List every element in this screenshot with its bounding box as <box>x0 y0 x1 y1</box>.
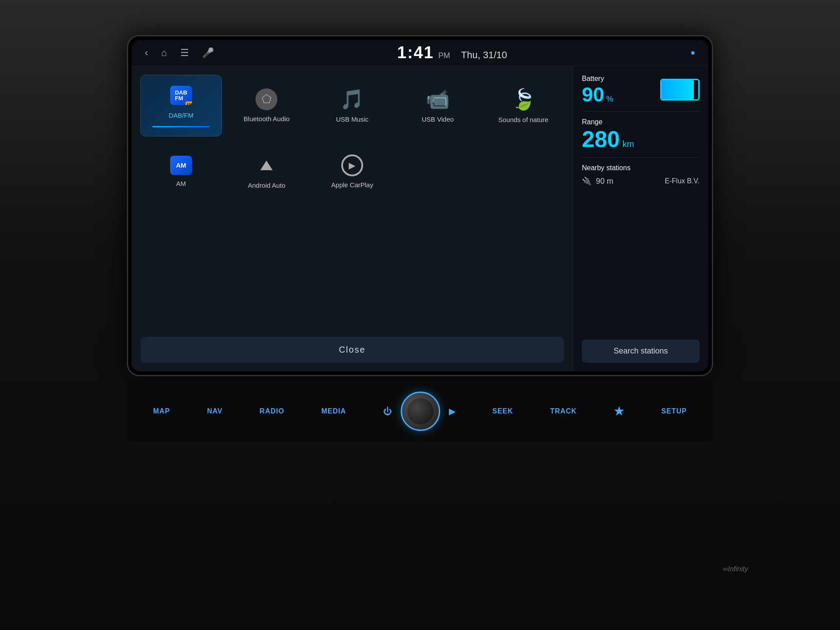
nature-icon: 🍃 <box>511 88 536 111</box>
battery-value-row: 90 % <box>582 84 613 105</box>
power-play-row: ⏻ ▶ <box>383 392 455 431</box>
center-knob[interactable] <box>401 392 440 431</box>
close-button[interactable]: Close <box>140 337 564 363</box>
screen: ‹ ⌂ ☰ 🎤 1:41 PM Thu, 31/10 ● <box>132 40 708 371</box>
usb-video-label: USB Video <box>422 115 454 124</box>
infinity-logo: ∞Infinity <box>723 565 748 573</box>
divider-1 <box>582 111 700 112</box>
car-surround: ‹ ⌂ ☰ 🎤 1:41 PM Thu, 31/10 ● <box>0 0 840 630</box>
usb-music-icon: 🎵 <box>340 88 364 111</box>
usb-music-label: USB Music <box>336 115 368 124</box>
nearby-item: 🔌 90 m E-Flux B.V. <box>582 176 700 186</box>
media-grid-bottom: AM AM Android Auto <box>140 145 564 199</box>
screen-bezel: ‹ ⌂ ☰ 🎤 1:41 PM Thu, 31/10 ● <box>127 35 713 376</box>
range-number: 280 <box>582 128 620 150</box>
mic-icon[interactable]: 🎤 <box>202 47 214 59</box>
map-button[interactable]: MAP <box>153 407 170 415</box>
apple-carplay-label: Apple CarPlay <box>331 181 373 189</box>
range-value: 280 km <box>582 128 700 150</box>
battery-visual <box>660 79 700 101</box>
location-icon: 🔌 <box>582 176 592 186</box>
divider-2 <box>582 157 700 158</box>
battery-unit: % <box>606 94 613 103</box>
knob-inner <box>407 398 434 424</box>
nav-button[interactable]: NAV <box>207 407 223 415</box>
carplay-icon: ▶ <box>341 154 363 176</box>
menu-icon[interactable]: ☰ <box>180 47 189 59</box>
status-bar-left: ‹ ⌂ ☰ 🎤 <box>145 47 214 59</box>
nearby-name: E-Flux B.V. <box>665 177 700 185</box>
status-bar: ‹ ⌂ ☰ 🎤 1:41 PM Thu, 31/10 ● <box>132 40 708 66</box>
media-item-sounds-of-nature[interactable]: 🍃 Sounds of nature <box>483 75 564 136</box>
android-auto-icon <box>255 154 278 177</box>
radio-button[interactable]: RADIO <box>259 407 284 415</box>
active-underline <box>152 126 210 127</box>
battery-percent: 90 <box>582 83 604 106</box>
status-bar-center: 1:41 PM Thu, 31/10 <box>397 43 507 62</box>
range-unit: km <box>623 139 634 149</box>
status-bar-right: ● <box>690 48 695 57</box>
media-item-usb-video[interactable]: 📹 USB Video <box>397 75 479 136</box>
nearby-stations-label: Nearby stations <box>582 164 700 172</box>
am-icon: AM <box>170 156 192 175</box>
setup-button[interactable]: SETUP <box>662 407 687 415</box>
seek-button[interactable]: SEEK <box>492 407 513 415</box>
usb-video-icon: 📹 <box>426 88 450 111</box>
nearby-distance: 90 m <box>596 177 613 186</box>
media-item-android-auto[interactable]: Android Auto <box>226 145 308 199</box>
connectivity-icon: ● <box>690 48 695 57</box>
media-item-bluetooth-audio[interactable]: ⬠ Bluetooth Audio <box>226 75 308 136</box>
battery-fill <box>662 80 694 99</box>
media-button[interactable]: MEDIA <box>322 407 346 415</box>
play-button[interactable]: ▶ <box>449 406 455 416</box>
date-display: Thu, 31/10 <box>461 49 507 61</box>
favorite-button[interactable]: ★ <box>614 405 624 418</box>
sounds-of-nature-label: Sounds of nature <box>498 116 548 124</box>
dab-fm-icon: DABFM FM <box>168 84 194 107</box>
battery-info: Battery 90 % <box>582 75 613 105</box>
back-icon[interactable]: ‹ <box>145 47 148 59</box>
media-item-usb-music[interactable]: 🎵 USB Music <box>312 75 393 136</box>
main-content: DABFM FM DAB/FM ⬠ Bluetooth Audio <box>132 66 708 371</box>
search-stations-button[interactable]: Search stations <box>582 340 700 363</box>
power-button[interactable]: ⏻ <box>383 406 392 416</box>
bluetooth-icon: ⬠ <box>256 88 277 110</box>
range-label: Range <box>582 118 700 126</box>
media-item-apple-carplay[interactable]: ▶ Apple CarPlay <box>312 145 393 199</box>
right-panel: Battery 90 % Range <box>573 66 708 371</box>
home-icon[interactable]: ⌂ <box>161 47 167 59</box>
am-label: AM <box>176 179 186 188</box>
nearby-section: Nearby stations 🔌 90 m E-Flux B.V. <box>582 164 700 186</box>
battery-section: Battery 90 % <box>582 75 700 105</box>
range-section: Range 280 km <box>582 118 700 150</box>
media-item-am[interactable]: AM AM <box>140 145 222 199</box>
time-ampm: PM <box>438 51 450 60</box>
hardware-controls: MAP NAV RADIO MEDIA ⏻ ▶ SEEK TRACK ★ SET… <box>127 381 713 442</box>
media-item-dab-fm[interactable]: DABFM FM DAB/FM <box>140 75 222 136</box>
track-button[interactable]: TRACK <box>550 407 577 415</box>
media-grid-top: DABFM FM DAB/FM ⬠ Bluetooth Audio <box>140 75 564 136</box>
center-knob-area: ⏻ ▶ <box>383 392 455 431</box>
android-auto-label: Android Auto <box>248 181 285 190</box>
time-display: 1:41 <box>397 43 434 62</box>
battery-label: Battery <box>582 75 613 83</box>
bluetooth-audio-label: Bluetooth Audio <box>244 115 290 123</box>
media-panel: DABFM FM DAB/FM ⬠ Bluetooth Audio <box>132 66 573 371</box>
dab-fm-label: DAB/FM <box>168 111 193 120</box>
